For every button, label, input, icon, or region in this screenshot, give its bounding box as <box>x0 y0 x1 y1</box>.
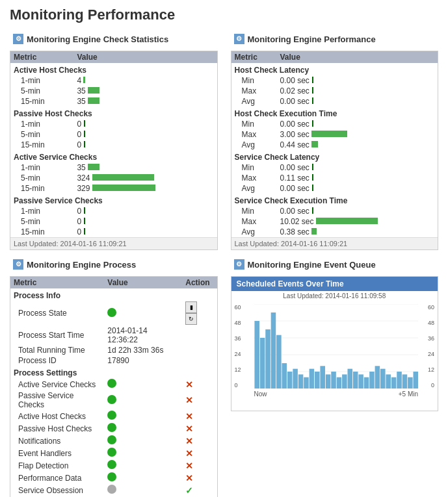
green-status-dot <box>107 460 116 469</box>
setting-label: Event Handlers <box>10 447 104 459</box>
section-label: Service Check Execution Time <box>231 194 438 206</box>
chart-bar <box>352 372 358 389</box>
green-status-dot <box>107 379 116 388</box>
check-stats-icon: ⚙ <box>13 34 23 44</box>
cross-icon: ✕ <box>185 436 193 446</box>
metric-label: Max <box>231 86 277 96</box>
chart-bar <box>265 329 270 389</box>
y-label-0-left: 0 <box>235 382 241 389</box>
setting-label: Passive Host Checks <box>10 422 104 435</box>
process-stop-button[interactable]: ▮ <box>185 301 197 313</box>
metric-label: Min <box>231 75 277 86</box>
bar-tick <box>84 207 85 214</box>
engine-perf-col-value: Value <box>276 51 438 63</box>
metric-label: 15-min <box>10 140 73 150</box>
setting-action: ✕ <box>182 472 217 484</box>
table-row: 5-min324 <box>10 173 217 183</box>
chart-bar <box>397 372 402 389</box>
table-row: 15-min35 <box>10 96 217 107</box>
check-stats-last-updated: Last Updated: 2014-01-16 11:09:21 <box>10 237 217 249</box>
setting-dot <box>104 459 182 472</box>
process-state-dot <box>107 308 116 317</box>
metric-label: 1-min <box>10 119 73 129</box>
engine-perf-table-wrap: Metric Value Host Check LatencyMin0.00 s… <box>231 51 439 250</box>
process-settings-section: Process Settings <box>10 366 217 378</box>
setting-label: Active Host Checks <box>10 410 104 422</box>
bar <box>311 228 317 235</box>
section-label: Passive Service Checks <box>10 194 217 206</box>
table-row: 15-min0 <box>10 140 217 150</box>
metric-value: 0.00 sec <box>276 206 438 216</box>
chart-bar <box>369 372 375 389</box>
chart-bar <box>259 338 265 389</box>
bar-tick <box>312 87 313 94</box>
event-queue-title-row: ⚙ Monitoring Engine Event Queue <box>231 257 439 276</box>
metric-label: Avg <box>231 183 277 194</box>
metric-value: 35 <box>73 162 217 173</box>
chart-bar <box>309 369 314 389</box>
chart-last-updated: Last Updated: 2014-01-16 11:09:58 <box>231 291 438 301</box>
green-status-dot <box>107 411 116 420</box>
metric-label: Avg <box>231 140 277 150</box>
metric-label: Max <box>231 129 277 140</box>
chart-bar <box>287 372 292 389</box>
chart-bar <box>386 374 391 389</box>
cross-icon: ✕ <box>185 395 193 405</box>
setting-label: Service Obsession <box>10 484 104 496</box>
setting-dot <box>104 378 182 390</box>
chart-bar <box>336 377 341 389</box>
bar <box>88 87 99 94</box>
table-row: 1-min35 <box>10 162 217 173</box>
check-stats-table-wrap: Metric Value Active Host Checks1-min4 5-… <box>10 51 218 250</box>
green-status-dot <box>107 395 116 404</box>
table-row: Active Service Checks <box>10 150 217 162</box>
check-stats-col-metric: Metric <box>10 51 73 63</box>
engine-perf-table: Metric Value Host Check LatencyMin0.00 s… <box>231 51 438 237</box>
table-row: Active Host Checks <box>10 63 217 75</box>
table-row: Process Start Time 2014-01-14 12:36:22 <box>10 325 217 345</box>
process-info-section: Process Info <box>10 288 217 301</box>
check-stats-title-row: ⚙ Monitoring Engine Check Statistics <box>10 31 218 51</box>
bar <box>88 164 99 170</box>
y-label-36-right: 36 <box>428 335 434 342</box>
top-row: ⚙ Monitoring Engine Check Statistics Met… <box>10 31 438 250</box>
page-title: Monitoring Performance <box>10 6 438 23</box>
metric-value: 0.00 sec <box>276 75 438 86</box>
event-queue-title: Monitoring Engine Event Queue <box>248 260 376 270</box>
engine-perf-last-updated: Last Updated: 2014-01-16 11:09:21 <box>231 237 438 249</box>
chart-bar <box>375 366 380 389</box>
process-restart-button[interactable]: ↻ <box>185 313 197 325</box>
metric-label: 1-min <box>10 162 73 173</box>
y-label-60-left: 60 <box>235 304 241 311</box>
table-row: Passive Service Checks <box>10 194 217 206</box>
table-row: Max3.00 sec <box>231 129 438 140</box>
table-row: 15-min0 <box>10 227 217 237</box>
pid-label: Process ID <box>10 355 104 366</box>
table-row: Min0.00 sec <box>231 75 438 86</box>
table-row: 5-min0 <box>10 216 217 227</box>
bar-tick <box>84 131 85 137</box>
setting-action: ✕ <box>182 459 217 472</box>
cross-icon: ✕ <box>185 461 193 471</box>
y-label-24-left: 24 <box>235 351 241 357</box>
metric-label: Min <box>231 119 277 129</box>
table-row: 1-min0 <box>10 119 217 129</box>
chart-bar <box>293 369 298 389</box>
event-queue-chart-wrap: Scheduled Events Over Time Last Updated:… <box>231 276 439 411</box>
bottom-row: ⚙ Monitoring Engine Process Metric Value… <box>10 257 438 497</box>
metric-label: 1-min <box>10 206 73 216</box>
green-status-dot <box>107 472 116 481</box>
table-row: Passive Host Checks✕ <box>10 422 217 435</box>
y-label-12-left: 12 <box>235 366 241 373</box>
process-start-action <box>182 325 217 345</box>
setting-dot <box>104 447 182 459</box>
event-queue-header: ⚙ Monitoring Engine Event Queue <box>234 259 436 271</box>
check-stats-title: Monitoring Engine Check Statistics <box>27 34 168 44</box>
gray-status-dot <box>107 485 116 494</box>
setting-action: ✕ <box>182 435 217 447</box>
table-row: Max10.02 sec <box>231 216 438 227</box>
running-time-label: Total Running Time <box>10 345 104 355</box>
process-state-label: Process State <box>10 301 104 325</box>
section-label: Passive Host Checks <box>10 107 217 119</box>
setting-dot <box>104 422 182 435</box>
